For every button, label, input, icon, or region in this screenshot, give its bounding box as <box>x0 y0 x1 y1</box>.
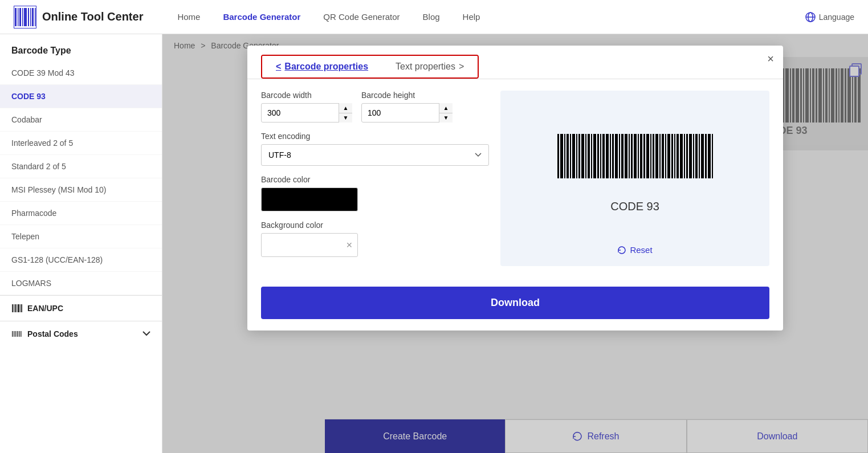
nav-blog[interactable]: Blog <box>423 10 440 24</box>
postal-icon <box>11 328 23 340</box>
modal-header: < Barcode properties Text properties > × <box>247 46 783 79</box>
modal-tabs: < Barcode properties Text properties > <box>261 55 479 79</box>
barcode-width-label: Barcode width <box>261 91 352 100</box>
sidebar-item-msi[interactable]: MSI Plessey (MSI Mod 10) <box>0 178 162 202</box>
svg-rect-121 <box>695 134 698 178</box>
modal: < Barcode properties Text properties > × <box>247 46 783 330</box>
modal-body: Barcode width ▲ ▼ Barco <box>247 79 783 277</box>
logo[interactable]: Online Tool Center <box>14 6 143 28</box>
sidebar-item-standard2of5[interactable]: Standard 2 of 5 <box>0 155 162 178</box>
sidebar: Barcode Type CODE 39 Mod 43 CODE 93 Coda… <box>0 34 162 453</box>
svg-rect-113 <box>671 134 673 178</box>
svg-rect-115 <box>677 134 679 178</box>
sidebar-section-ean-label: EAN/UPC <box>27 304 63 313</box>
text-encoding-label: Text encoding <box>261 132 489 141</box>
barcode-width-down[interactable]: ▼ <box>339 113 352 123</box>
tab-text-arrow: > <box>459 62 464 72</box>
nav-home[interactable]: Home <box>177 10 200 24</box>
svg-rect-76 <box>557 134 559 178</box>
svg-rect-77 <box>560 134 563 178</box>
svg-rect-3 <box>22 8 23 26</box>
sidebar-item-pharmacode[interactable]: Pharmacode <box>0 202 162 225</box>
svg-rect-103 <box>640 134 642 178</box>
sidebar-item-code93[interactable]: CODE 93 <box>0 85 162 108</box>
svg-rect-4 <box>24 8 27 26</box>
barcode-color-swatch[interactable] <box>261 187 358 211</box>
modal-download-button[interactable]: Download <box>261 287 769 319</box>
logo-text: Online Tool Center <box>42 10 143 23</box>
tab-text-properties[interactable]: Text properties > <box>382 56 478 77</box>
svg-rect-124 <box>705 134 707 178</box>
barcode-width-up[interactable]: ▲ <box>339 103 352 113</box>
svg-rect-123 <box>701 134 704 178</box>
barcode-color-group: Barcode color <box>261 175 489 211</box>
main-nav: Home Barcode Generator QR Code Generator… <box>177 10 805 24</box>
barcode-small-icon <box>11 303 23 314</box>
svg-rect-87 <box>591 134 592 178</box>
svg-rect-126 <box>712 134 713 178</box>
svg-rect-99 <box>629 134 630 178</box>
text-encoding-group: Text encoding UTF-8 ASCII ISO-8859-1 <box>261 132 489 166</box>
svg-rect-79 <box>567 134 569 178</box>
sidebar-item-code39mod43[interactable]: CODE 39 Mod 43 <box>0 62 162 85</box>
tab-barcode-properties[interactable]: < Barcode properties <box>262 56 382 77</box>
background-color-label: Background color <box>261 221 489 230</box>
sidebar-section-postal[interactable]: Postal Codes <box>0 321 162 346</box>
text-encoding-select[interactable]: UTF-8 ASCII ISO-8859-1 <box>261 144 489 166</box>
svg-rect-86 <box>588 134 590 178</box>
background-color-group: Background color ✕ <box>261 221 489 257</box>
sidebar-item-gs1[interactable]: GS1-128 (UCC/EAN-128) <box>0 248 162 272</box>
svg-rect-112 <box>667 134 670 178</box>
sidebar-section-ean[interactable]: EAN/UPC <box>0 295 162 321</box>
svg-rect-117 <box>684 134 685 178</box>
svg-rect-15 <box>15 304 16 312</box>
svg-rect-97 <box>621 134 624 178</box>
nav-help[interactable]: Help <box>463 10 480 24</box>
svg-rect-106 <box>650 134 651 178</box>
sidebar-item-codabar[interactable]: Codabar <box>0 108 162 132</box>
barcode-height-down[interactable]: ▼ <box>439 113 453 123</box>
barcode-height-up[interactable]: ▲ <box>439 103 453 113</box>
svg-rect-92 <box>606 134 609 178</box>
barcode-height-label: Barcode height <box>361 91 453 100</box>
svg-rect-80 <box>570 134 571 178</box>
svg-rect-90 <box>600 134 601 178</box>
svg-rect-14 <box>14 304 14 312</box>
modal-close-button[interactable]: × <box>767 52 774 66</box>
svg-rect-85 <box>585 134 586 178</box>
sidebar-item-interleaved2of5[interactable]: Interleaved 2 of 5 <box>0 132 162 155</box>
svg-rect-114 <box>674 134 675 178</box>
svg-rect-108 <box>655 134 658 178</box>
svg-rect-1 <box>18 8 19 26</box>
svg-rect-5 <box>28 8 29 26</box>
svg-rect-7 <box>32 8 34 26</box>
language-button[interactable]: Language <box>805 12 854 22</box>
logo-icon <box>14 6 36 28</box>
svg-rect-101 <box>634 134 637 178</box>
svg-rect-13 <box>12 304 13 312</box>
dimensions-row: Barcode width ▲ ▼ Barco <box>261 91 489 132</box>
sidebar-item-logmars[interactable]: LOGMARS <box>0 272 162 295</box>
reset-button[interactable]: Reset <box>617 245 652 255</box>
barcode-height-input-wrapper: ▲ ▼ <box>361 103 453 123</box>
reset-icon <box>617 246 626 255</box>
tab-text-label: Text properties <box>396 62 455 72</box>
modal-footer: Download <box>247 277 783 330</box>
content-area: Home > Barcode Generator <box>162 34 868 453</box>
background-color-clear[interactable]: ✕ <box>346 240 353 250</box>
svg-rect-111 <box>665 134 666 178</box>
svg-rect-25 <box>21 331 22 337</box>
svg-rect-18 <box>20 304 21 312</box>
svg-rect-105 <box>646 134 649 178</box>
svg-rect-24 <box>19 331 20 337</box>
svg-rect-94 <box>612 134 614 178</box>
background-color-input[interactable]: ✕ <box>261 233 358 257</box>
nav-qr-code[interactable]: QR Code Generator <box>323 10 400 24</box>
sidebar-item-telepen[interactable]: Telepen <box>0 225 162 248</box>
nav-barcode-generator[interactable]: Barcode Generator <box>223 10 300 24</box>
svg-rect-78 <box>564 134 565 178</box>
svg-rect-8 <box>35 8 36 26</box>
svg-rect-84 <box>581 134 584 178</box>
svg-rect-98 <box>625 134 627 178</box>
svg-rect-2 <box>19 8 21 26</box>
